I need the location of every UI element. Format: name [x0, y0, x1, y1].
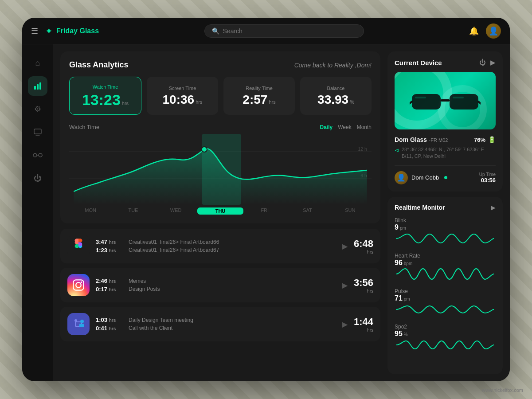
- app-arrow-teams[interactable]: ▶: [342, 320, 348, 329]
- app-time2-teams: 0:41 hrs: [96, 325, 122, 332]
- sidebar-item-analytics[interactable]: [28, 76, 47, 96]
- filter-month[interactable]: Month: [357, 124, 372, 130]
- notification-icon[interactable]: 🔔: [469, 26, 479, 36]
- stat-card-screen-time: Screen Time 10:36 hrs: [147, 77, 218, 115]
- logo-area: ✦ Friday Glass: [45, 26, 99, 36]
- day-sun: SUN: [329, 207, 372, 215]
- monitor-title: Realtime Monitor: [395, 204, 445, 211]
- main-panel: Glass Analytics Come back to Reality ,Do…: [60, 51, 380, 374]
- app-total-figma: 6:48 hrs: [354, 238, 373, 254]
- avatar[interactable]: 👤: [486, 23, 501, 39]
- sidebar-item-home[interactable]: ⌂: [28, 53, 47, 73]
- stat-value-screen-time: 10:36: [163, 94, 195, 106]
- svg-text:12 h: 12 h: [358, 147, 367, 152]
- monitor-unit-heart-rate: bpm: [404, 261, 412, 266]
- monitor-forward-icon[interactable]: ▶: [491, 204, 496, 211]
- app-time1-instagram: 2:46 hrs: [96, 278, 122, 284]
- list-item: 3:47 hrs 1:23 hrs Creatives01_final26> F…: [60, 229, 380, 263]
- header-actions: 🔔 👤: [469, 23, 501, 39]
- device-user-row: 👤 Dom Cobb Up Time 03:56: [395, 165, 496, 184]
- stat-label-watch-time: Watch Time: [93, 84, 118, 90]
- monitor-value-pulse: 71: [395, 294, 403, 302]
- device-model: -FR M02: [429, 137, 448, 143]
- day-thu[interactable]: THU: [197, 207, 243, 215]
- main-layout: ⌂ ⚙: [22, 44, 510, 381]
- search-input[interactable]: [223, 27, 356, 35]
- uptime-value: 03:56: [479, 177, 496, 184]
- monitor-value-row-heart-rate: 96 bpm: [395, 259, 496, 267]
- menu-icon[interactable]: ☰: [31, 26, 38, 36]
- uptime-label: Up Time: [479, 172, 496, 177]
- app-activities-teams: Daily Design Team meeting Call with the …: [129, 317, 336, 331]
- location-address: B/11, CP, New Delhi: [402, 153, 484, 160]
- day-mon: MON: [69, 207, 112, 215]
- app-times-instagram: 2:46 hrs 0:17 hrs: [96, 278, 122, 293]
- svg-rect-20: [412, 94, 441, 110]
- stat-value-balance: 33.93: [317, 94, 348, 106]
- monitor-unit-spo2: %: [404, 332, 408, 337]
- uptime-info: Up Time 03:56: [479, 172, 496, 184]
- sidebar-item-power[interactable]: ⏻: [28, 168, 47, 188]
- chart-wrap: 12 h 6 h: [69, 134, 372, 205]
- wave-spo2: [395, 339, 496, 351]
- analytics-subtitle: Come back to Reality ,Dom!: [294, 62, 372, 69]
- stat-value-watch-time: 13:23: [82, 92, 121, 107]
- stat-card-balance: Balance 33.93 %: [300, 77, 372, 115]
- app-arrow-instagram[interactable]: ▶: [342, 281, 348, 289]
- content-area: Glass Analytics Come back to Reality ,Do…: [53, 44, 510, 381]
- device-forward-icon[interactable]: ▶: [490, 59, 496, 66]
- sidebar-item-settings[interactable]: ⚙: [28, 99, 47, 119]
- device-name: Dom Glass: [395, 136, 427, 143]
- wave-pulse: [395, 303, 496, 316]
- analytics-card: Glass Analytics Come back to Reality ,Do…: [60, 51, 380, 223]
- sidebar-item-profile[interactable]: [28, 122, 47, 142]
- monitor-metric-pulse: Pulse: [395, 288, 496, 294]
- monitor-value-row-spo2: 95 %: [395, 330, 496, 338]
- filter-daily[interactable]: Daily: [320, 124, 332, 130]
- user-online-dot: [444, 176, 447, 179]
- svg-rect-24: [453, 97, 464, 98]
- day-tue: TUE: [112, 207, 154, 215]
- day-fri: FRI: [243, 207, 286, 215]
- monitor-value-spo2: 95: [395, 330, 403, 338]
- chart-title: Watch Time: [69, 124, 99, 130]
- app-activities-instagram: Memes Design Posts: [129, 278, 336, 292]
- device-info: Dom Glass -FR M02 76% 🔋 ⊲ 28° 36' 3: [395, 136, 496, 184]
- day-labels: MON TUE WED THU FRI SAT SUN: [69, 205, 372, 215]
- stat-card-watch-time: Watch Time 13:23 hrs: [69, 77, 141, 115]
- glasses-svg: [410, 85, 481, 116]
- svg-point-5: [39, 153, 42, 157]
- svg-rect-0: [34, 86, 36, 90]
- device-power-icon[interactable]: ⏻: [479, 59, 486, 66]
- svg-rect-12: [73, 280, 83, 290]
- app-list: 3:47 hrs 1:23 hrs Creatives01_final26> F…: [60, 229, 380, 374]
- svg-point-17: [80, 320, 84, 323]
- wave-blink: [395, 232, 496, 245]
- monitor-metric-blink: Blink: [395, 217, 496, 223]
- sidebar: ⌂ ⚙: [22, 44, 53, 381]
- app-times-teams: 1:03 hrs 0:41 hrs: [96, 317, 122, 332]
- monitor-value-heart-rate: 96: [395, 259, 403, 267]
- app-arrow-figma[interactable]: ▶: [342, 242, 348, 250]
- sidebar-item-glasses[interactable]: [28, 145, 47, 165]
- filter-week[interactable]: Week: [338, 124, 351, 130]
- monitor-card: Realtime Monitor ▶ Blink 9 pm: [387, 197, 503, 374]
- analytics-title: Glass Analytics: [69, 60, 128, 70]
- header: ☰ ✦ Friday Glass 🔍 🔔 👤: [22, 18, 510, 44]
- svg-rect-18: [79, 324, 84, 327]
- device-name-row: Dom Glass -FR M02 76% 🔋: [395, 136, 496, 144]
- chart-filters: Daily Week Month: [320, 124, 372, 130]
- monitor-metric-spo2: Spo2: [395, 324, 496, 330]
- svg-point-11: [202, 147, 207, 152]
- app-icon-teams: [67, 313, 90, 335]
- analytics-header: Glass Analytics Come back to Reality ,Do…: [69, 60, 372, 70]
- search-input-wrap[interactable]: 🔍: [204, 24, 364, 38]
- monitor-item-blink: Blink 9 pm: [395, 217, 496, 246]
- chart-svg: 12 h 6 h: [69, 134, 372, 205]
- device-frame: ☰ ✦ Friday Glass 🔍 🔔 👤 ⌂: [22, 18, 510, 381]
- device-title: Current Device: [395, 59, 442, 66]
- stats-row: Watch Time 13:23 hrs Screen Time 10:36 h…: [69, 77, 372, 115]
- stat-card-reality-time: Reality Time 2:57 hrs: [223, 77, 295, 115]
- app-time1-teams: 1:03 hrs: [96, 317, 122, 323]
- monitor-value-row-pulse: 71 pm: [395, 294, 496, 302]
